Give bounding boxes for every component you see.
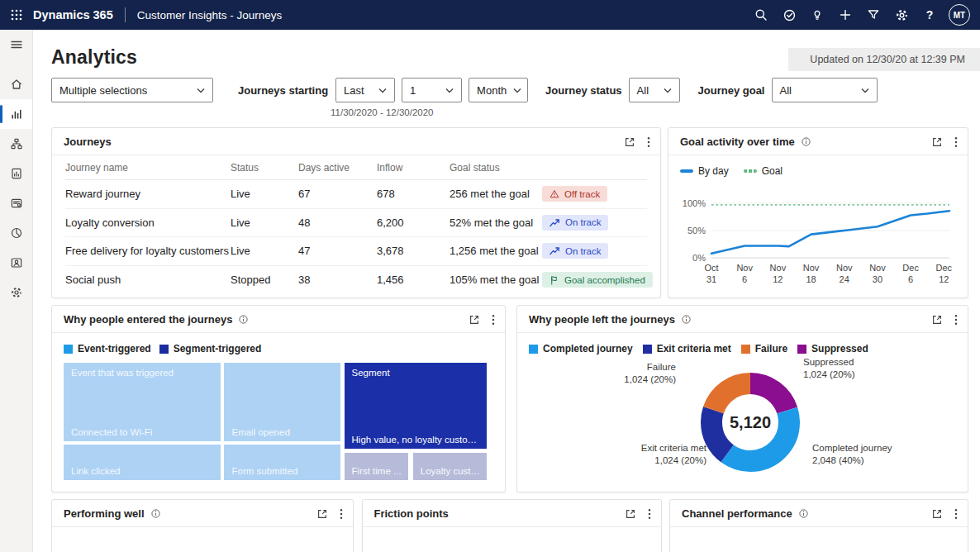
- filter-bar: Multiple selections Journeys starting La…: [51, 78, 968, 102]
- journey-status-dropdown[interactable]: All: [629, 78, 680, 102]
- donut-callout: Suppressed1,024 (20%): [803, 356, 935, 381]
- help-icon[interactable]: ?: [916, 0, 944, 30]
- svg-text:30: 30: [873, 274, 882, 284]
- more-options-icon[interactable]: [648, 508, 651, 520]
- more-options-icon[interactable]: [647, 136, 650, 148]
- legend-item[interactable]: Event-triggered: [64, 343, 151, 355]
- callout-label: Failure: [577, 361, 676, 374]
- legend-swatch: [643, 345, 652, 354]
- cards-row-1: Journeys Journey nameStatusDays activeIn…: [51, 127, 968, 298]
- journey-status: Live: [231, 245, 298, 257]
- legend-item[interactable]: Failure: [741, 343, 787, 355]
- legend-item[interactable]: Goal: [744, 165, 783, 177]
- more-options-icon[interactable]: [954, 314, 958, 326]
- lightbulb-icon[interactable]: [803, 0, 831, 30]
- brand-title[interactable]: Dynamics 365: [33, 8, 113, 21]
- range-count-dropdown[interactable]: 1: [402, 78, 462, 102]
- legend-label: Completed journey: [543, 343, 633, 355]
- expand-icon[interactable]: [469, 314, 480, 326]
- expand-icon[interactable]: [625, 508, 636, 520]
- tile-label: Loyalty customers: [421, 466, 482, 476]
- treemap-tile[interactable]: Email opened: [224, 363, 340, 441]
- chevron-down-icon: [861, 88, 869, 93]
- svg-text:Nov: Nov: [770, 263, 787, 273]
- avatar[interactable]: MT: [949, 4, 970, 26]
- more-options-icon[interactable]: [954, 508, 958, 520]
- journey-row[interactable]: Reward journeyLive67678256 met the goalO…: [65, 180, 647, 209]
- menu-icon[interactable]: [0, 30, 32, 59]
- journey-row[interactable]: Social pushStopped381,456105% met the go…: [65, 266, 647, 295]
- waffle-icon[interactable]: [0, 0, 33, 30]
- channel-performance-card: Channel performance: [669, 499, 968, 552]
- info-icon[interactable]: [150, 508, 161, 519]
- info-icon[interactable]: [798, 508, 809, 519]
- legend-label: Segment-triggered: [174, 343, 262, 355]
- expand-icon[interactable]: [316, 508, 328, 520]
- info-icon[interactable]: [238, 314, 249, 325]
- journey-status-value: All: [637, 84, 649, 97]
- treemap-tile[interactable]: Loyalty customers: [413, 453, 487, 480]
- svg-text:18: 18: [806, 274, 816, 284]
- analytics-icon[interactable]: [0, 99, 32, 129]
- journey-row[interactable]: Loyalty conversionLive486,20052% met the…: [65, 209, 647, 238]
- legend-item[interactable]: Completed journey: [529, 343, 633, 355]
- callout-label: Suppressed: [803, 356, 935, 369]
- audience-dropdown[interactable]: Multiple selections: [51, 78, 213, 102]
- info-icon[interactable]: [681, 314, 692, 325]
- email-icon[interactable]: [0, 188, 32, 218]
- journey-row[interactable]: Free delivery for loyalty customersLive4…: [65, 237, 647, 266]
- app-title[interactable]: Customer Insights - Journeys: [137, 9, 283, 21]
- svg-text:6: 6: [742, 274, 747, 284]
- add-icon[interactable]: [831, 0, 859, 30]
- card-title: Goal activity over time: [680, 136, 795, 148]
- badge-label: On track: [565, 217, 601, 227]
- settings-icon[interactable]: [0, 278, 32, 307]
- range-mode-dropdown[interactable]: Last: [335, 78, 395, 102]
- filter-icon[interactable]: [859, 0, 887, 30]
- treemap-tile[interactable]: Form submitted: [224, 445, 340, 480]
- legend-item[interactable]: Segment-triggered: [159, 343, 262, 355]
- settings-icon[interactable]: [887, 0, 916, 30]
- range-unit-dropdown[interactable]: Month: [469, 78, 528, 102]
- expand-icon[interactable]: [931, 508, 943, 520]
- more-options-icon[interactable]: [340, 508, 343, 520]
- chevron-down-icon: [664, 88, 672, 93]
- treemap-tile[interactable]: First time ...: [345, 453, 408, 480]
- expand-icon[interactable]: [931, 314, 943, 326]
- expand-icon[interactable]: [931, 136, 943, 148]
- journeys-flow-icon[interactable]: [0, 129, 32, 159]
- treemap-tile[interactable]: SegmentHigh value, no loyalty customers: [345, 363, 488, 449]
- search-icon[interactable]: [747, 0, 775, 30]
- journey-goal-dropdown[interactable]: All: [772, 78, 878, 102]
- more-options-icon[interactable]: [954, 136, 958, 148]
- home-icon[interactable]: [0, 69, 32, 99]
- task-checker-icon[interactable]: [775, 0, 803, 30]
- left-nav: [0, 30, 33, 552]
- treemap-tile[interactable]: Link clicked: [64, 445, 221, 480]
- legend-item[interactable]: Exit criteria met: [643, 343, 731, 355]
- journey-goal-label: Journey goal: [698, 84, 765, 97]
- tile-label: Email opened: [231, 427, 335, 437]
- journey-name: Free delivery for loyalty customers: [65, 245, 231, 257]
- svg-text:Oct: Oct: [704, 263, 718, 273]
- report-icon[interactable]: [0, 159, 32, 188]
- legend-item[interactable]: Suppressed: [797, 343, 868, 355]
- journey-days-active: 47: [298, 245, 377, 257]
- treemap-legend: Event-triggeredSegment-triggered: [64, 343, 493, 355]
- goal-activity-chart: 0%50%100%Oct31Nov6Nov12Nov18Nov24Nov30De…: [668, 178, 968, 297]
- tile-label: High value, no loyalty customers: [352, 435, 483, 445]
- segments-icon[interactable]: [0, 218, 32, 248]
- legend-item[interactable]: By day: [680, 165, 729, 177]
- info-icon[interactable]: [801, 136, 811, 147]
- tile-label: Connected to Wi-Fi: [71, 427, 216, 437]
- badge-label: Goal accomplished: [564, 275, 645, 285]
- treemap-tile[interactable]: Event that was triggeredConnected to Wi-…: [64, 363, 221, 441]
- contacts-icon[interactable]: [0, 248, 32, 278]
- audience-value: Multiple selections: [59, 84, 147, 97]
- column-header: Journey name: [65, 162, 231, 174]
- cards-row-3: Performing well Friction points Channel …: [51, 499, 968, 552]
- card-title: Performing well: [64, 507, 145, 520]
- expand-icon[interactable]: [624, 136, 635, 148]
- card-title: Friction points: [374, 507, 449, 520]
- more-options-icon[interactable]: [492, 314, 495, 326]
